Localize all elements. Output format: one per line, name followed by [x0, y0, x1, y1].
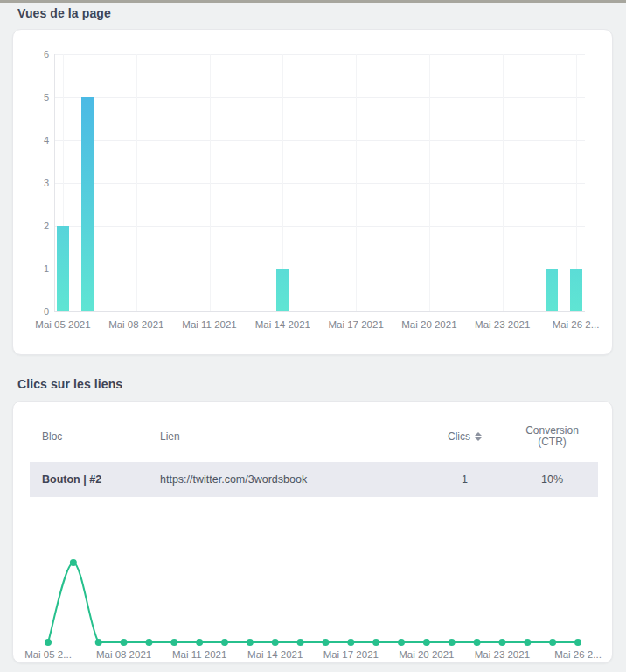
x-axis-tick: Mai 05 2...	[9, 649, 87, 661]
x-axis-tick: Mai 08 2021	[85, 649, 163, 661]
clics-header-label: Clics	[448, 431, 470, 443]
gridline-h	[54, 97, 585, 98]
gridline-h	[54, 312, 585, 312]
page-views-bar-chart[interactable]: 0123456Mai 05 2021Mai 08 2021Mai 11 2021…	[13, 30, 612, 354]
x-axis-tick: Mai 11 2021	[170, 319, 249, 331]
gridline-v	[429, 54, 430, 312]
data-point: Mai 25 2021: 0	[549, 639, 556, 646]
x-axis-tick: Mai 20 2021	[387, 649, 466, 661]
column-header-bloc[interactable]: Bloc	[30, 431, 159, 443]
gridline-h	[54, 226, 585, 227]
x-axis-tick: Mai 14 2021	[243, 319, 322, 331]
cell-clics: 1	[423, 473, 506, 486]
link-clicks-title: Clics sur les liens	[17, 377, 122, 391]
gridline-h	[54, 54, 585, 55]
table-row[interactable]: Bouton | #2https://twitter.com/3wordsboo…	[30, 462, 598, 497]
data-point: Mai 11 2021: 0	[196, 639, 203, 646]
x-axis-tick: Mai 17 2021	[311, 649, 390, 661]
data-point: Mai 15 2021: 0	[297, 639, 304, 646]
x-axis-tick: Mai 23 2021	[463, 319, 542, 331]
gridline-v	[210, 54, 211, 312]
data-point: Mai 19 2021: 0	[398, 639, 405, 646]
column-header-lien[interactable]: Lien	[159, 431, 423, 443]
x-axis-tick: Mai 08 2021	[97, 319, 176, 331]
page-views-card: 0123456Mai 05 2021Mai 08 2021Mai 11 2021…	[12, 29, 613, 355]
data-point: Mai 18 2021: 0	[372, 639, 379, 646]
x-axis-tick: Mai 14 2021	[236, 649, 315, 661]
gridline-h	[54, 269, 585, 270]
y-axis-tick: 0	[23, 307, 49, 317]
data-point: Mai 06 2021: 1	[70, 559, 77, 566]
gridline-v	[136, 54, 137, 312]
gridline-h	[54, 140, 585, 141]
links-table: Bloc Lien Clics Conversion (CTR) Bouton …	[30, 417, 598, 497]
data-point: Mai 13 2021: 0	[247, 639, 254, 646]
gridline-v	[503, 54, 504, 312]
link-clicks-card: Bloc Lien Clics Conversion (CTR) Bouton …	[12, 401, 613, 663]
bar	[57, 226, 69, 312]
links-table-header-row: Bloc Lien Clics Conversion (CTR)	[30, 417, 598, 456]
x-axis-tick: Mai 23 2021	[463, 649, 541, 661]
gridline-h	[54, 183, 585, 184]
data-point: Mai 22 2021: 0	[474, 639, 481, 646]
conversion-header-line2: (CTR)	[506, 437, 598, 448]
data-point: Mai 21 2021: 0	[449, 639, 456, 646]
bar	[570, 269, 582, 312]
cell-bloc: Bouton | #2	[30, 473, 159, 486]
data-point: Mai 17 2021: 0	[347, 639, 354, 646]
y-axis-tick: 3	[23, 178, 49, 188]
links-table-body: Bouton | #2https://twitter.com/3wordsboo…	[30, 462, 598, 497]
y-axis-tick: 2	[23, 221, 49, 231]
x-axis-tick: Mai 11 2021	[160, 649, 239, 661]
clicks-line-path	[48, 563, 578, 642]
data-point: Mai 08 2021: 0	[121, 639, 128, 646]
data-point: Mai 24 2021: 0	[524, 639, 531, 646]
data-point: Mai 16 2021: 0	[322, 639, 329, 646]
data-point: Mai 20 2021: 0	[423, 639, 430, 646]
y-axis-line	[54, 54, 55, 312]
data-point: Mai 09 2021: 0	[145, 639, 152, 646]
bar	[81, 97, 94, 312]
page-views-title: Vues de la page	[17, 6, 111, 20]
x-axis-tick: Mai 17 2021	[316, 319, 395, 331]
cell-lien: https://twitter.com/3wordsbook	[159, 473, 423, 486]
y-axis-tick: 5	[23, 93, 49, 102]
data-point: Mai 26 2021: 0	[574, 639, 581, 646]
x-axis-tick: Mai 05 2021	[24, 319, 102, 331]
column-header-clics[interactable]: Clics	[423, 431, 506, 443]
sort-icon[interactable]	[475, 432, 482, 441]
y-axis-tick: 6	[23, 50, 49, 60]
data-point: Mai 14 2021: 0	[272, 639, 279, 646]
x-axis-tick: Mai 26 2...	[539, 649, 617, 661]
gridline-v	[356, 54, 357, 312]
data-point: Mai 10 2021: 0	[170, 639, 177, 646]
y-axis-tick: 1	[23, 264, 49, 274]
data-point: Mai 23 2021: 0	[498, 639, 505, 646]
bar	[546, 269, 558, 312]
column-header-conversion[interactable]: Conversion (CTR)	[506, 425, 598, 448]
bar	[276, 269, 289, 312]
data-point: Mai 05 2021: 0	[45, 639, 52, 646]
x-axis-tick: Mai 20 2021	[390, 319, 469, 331]
data-point: Mai 07 2021: 0	[95, 639, 102, 646]
data-point: Mai 12 2021: 0	[221, 639, 228, 646]
y-axis-tick: 4	[23, 136, 49, 145]
top-border	[0, 0, 626, 3]
x-axis-tick: Mai 26 2...	[537, 319, 616, 331]
cell-conversion: 10%	[506, 473, 598, 486]
